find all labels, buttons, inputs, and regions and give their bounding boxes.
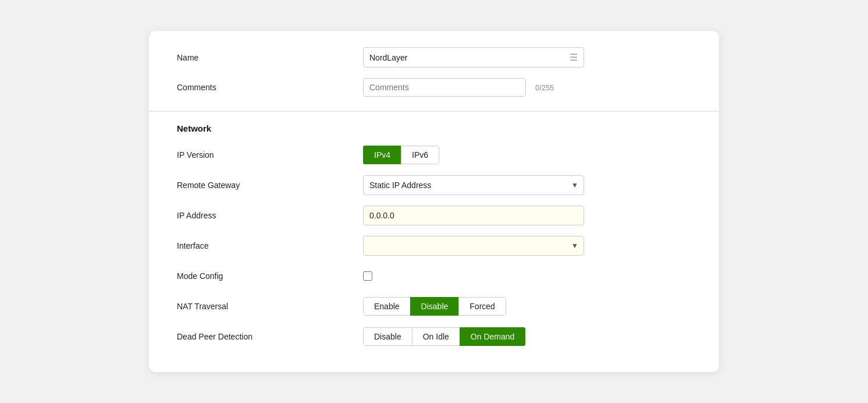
name-control-wrap: ☰ [363,47,691,68]
remote-gateway-select[interactable]: Static IP Address Dynamic DNS Dialup [363,175,584,195]
dpd-on-demand-button[interactable]: On Demand [460,327,525,346]
name-input-wrapper: ☰ [363,47,584,68]
ip-version-label: IP Version [177,150,363,160]
mode-config-checkbox-wrap [363,271,372,281]
comments-row: Comments 0/255 [177,78,691,97]
nat-enable-button[interactable]: Enable [363,297,410,316]
ip-address-row: IP Address [177,204,691,227]
comments-input[interactable] [363,78,526,97]
interface-row: Interface ▼ [177,235,691,257]
nat-disable-button[interactable]: Disable [410,297,459,316]
mode-config-label: Mode Config [177,271,363,281]
ip-address-input[interactable] [363,206,584,225]
dead-peer-detection-label: Dead Peer Detection [177,332,363,341]
mode-config-checkbox[interactable] [363,271,372,281]
settings-card: Name ☰ Comments 0/255 Network IP Version [149,31,719,372]
top-section: Name ☰ Comments 0/255 [149,31,719,111]
name-row: Name ☰ [177,47,691,68]
dead-peer-detection-toggle-group: Disable On Idle On Demand [363,327,525,346]
ip-address-label: IP Address [177,211,363,220]
list-icon[interactable]: ☰ [570,52,578,63]
ipv6-button[interactable]: IPv6 [401,146,439,164]
interface-select-wrap: ▼ [363,236,584,256]
remote-gateway-select-wrap: Static IP Address Dynamic DNS Dialup ▼ [363,175,584,195]
name-input[interactable] [369,53,570,62]
network-section-title: Network [177,123,691,133]
ip-version-row: IP Version IPv4 IPv6 [177,144,691,166]
interface-select[interactable] [363,236,584,256]
dpd-on-idle-button[interactable]: On Idle [412,327,460,346]
ip-version-toggle-group: IPv4 IPv6 [363,146,439,164]
mode-config-row: Mode Config [177,265,691,287]
dead-peer-detection-row: Dead Peer Detection Disable On Idle On D… [177,326,691,348]
nat-traversal-toggle-group: Enable Disable Forced [363,297,506,316]
interface-label: Interface [177,241,363,250]
remote-gateway-row: Remote Gateway Static IP Address Dynamic… [177,174,691,196]
name-label: Name [177,53,363,62]
dpd-disable-button[interactable]: Disable [363,327,412,346]
nat-traversal-label: NAT Traversal [177,302,363,311]
network-section: Network IP Version IPv4 IPv6 Remote Gate… [149,112,719,372]
nat-traversal-row: NAT Traversal Enable Disable Forced [177,295,691,317]
comments-label: Comments [177,83,363,92]
nat-forced-button[interactable]: Forced [458,297,506,316]
comments-control-wrap: 0/255 [363,78,691,97]
ipv4-button[interactable]: IPv4 [363,146,401,164]
char-count: 0/255 [535,83,554,92]
remote-gateway-label: Remote Gateway [177,181,363,190]
